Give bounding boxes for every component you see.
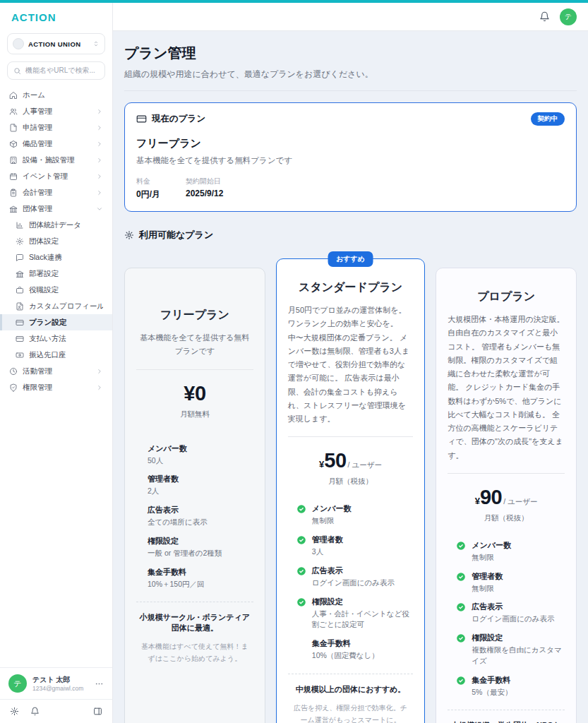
sidebar-item-accounting-management[interactable]: 会計管理 — [0, 184, 112, 201]
cash-icon — [16, 351, 24, 359]
sidebar-item-organization-management[interactable]: 団体管理 — [0, 201, 112, 217]
chevron-right-icon — [96, 368, 103, 375]
chevron-right-icon — [96, 124, 103, 131]
plan-price-sub: 月額（税抜） — [448, 513, 565, 523]
bank-icon — [16, 270, 24, 278]
chevron-right-icon — [96, 141, 103, 148]
top-header: テ — [113, 3, 588, 31]
sidebar-item-activity-management[interactable]: 活動管理 — [0, 363, 112, 379]
sidebar-item-payment-method[interactable]: 支払い方法 — [0, 330, 112, 347]
chevron-right-icon — [96, 108, 103, 115]
sidebar-item-hr-management[interactable]: 人事管理 — [0, 103, 112, 119]
search-placeholder: 機能名やURLで検索... — [25, 66, 95, 76]
plan-feature: 管理者数 3人 — [296, 534, 413, 558]
divider — [288, 436, 413, 437]
card-icon — [16, 335, 24, 343]
plan-features: メンバー数 50人 管理者数 2人 — [136, 443, 253, 598]
check-circle-icon — [296, 597, 306, 607]
plan-desc: 基本機能を全てを提供する無料プランです — [136, 331, 253, 359]
sidebar-item-org-settings[interactable]: 団体設定 — [0, 233, 112, 249]
sidebar-footer — [0, 699, 112, 723]
plan-card-free: フリープラン 基本機能を全てを提供する無料プランです ¥0 月額無料 — [124, 268, 265, 723]
sidebar-item-slack-integration[interactable]: Slack連携 — [0, 249, 112, 265]
plan-feature: 管理者数 無制限 — [456, 571, 565, 594]
settings-icon[interactable] — [10, 707, 19, 716]
collapse-sidebar-icon[interactable] — [93, 707, 102, 716]
sidebar-item-home[interactable]: ホーム — [0, 87, 112, 103]
plan-feature: 権限設定 一般 or 管理者の2種類 — [148, 536, 253, 559]
briefcase-icon — [16, 286, 24, 294]
price-label: 料金 — [136, 177, 160, 186]
available-plans-title: 利用可能なプラン — [139, 229, 213, 241]
plan-price: 90 — [480, 486, 502, 508]
sidebar: ACTION ACTION UNION 機能名やURLで検索... ホーム 人事… — [0, 3, 113, 723]
sidebar-item-custom-profile-settings[interactable]: カスタムプロフィール設定 — [0, 298, 112, 314]
sidebar-item-facility-management[interactable]: 設備・施設管理 — [0, 152, 112, 168]
sidebar-item-department-settings[interactable]: 部署設定 — [0, 265, 112, 282]
plan-price-unit: / ユーザー — [503, 497, 537, 506]
sidebar-item-org-statistics[interactable]: 団体統計データ — [0, 217, 112, 233]
sidebar-item-application-management[interactable]: 申請管理 — [0, 119, 112, 136]
plan-feature: 権限設定 複数権限を自由にカスタマイズ — [456, 633, 565, 667]
plan-price-sub: 月額無料 — [136, 410, 253, 419]
main-area: テ プラン管理 組織の規模や用途に合わせて、最適なプランをお選びください。 現在… — [113, 3, 588, 723]
plan-price-unit: / ユーザー — [348, 460, 382, 469]
sidebar-item-plan-settings[interactable]: プラン設定 — [0, 314, 112, 330]
chevron-right-icon — [96, 173, 103, 180]
check-circle-icon — [456, 541, 466, 551]
card-icon — [16, 318, 24, 327]
user-name: テスト 太郎 — [32, 675, 89, 685]
file-text-icon — [9, 124, 18, 132]
user-meta: テスト 太郎 1234@gmaiwl.com — [32, 675, 89, 692]
more-options-icon[interactable] — [95, 679, 104, 688]
sidebar-item-role-settings[interactable]: 役職設定 — [0, 282, 112, 298]
plan-feature: メンバー数 50人 — [148, 443, 253, 467]
plan-feature: 権限設定 人事・会計・イベントなど役割ごとに設定可 — [296, 597, 413, 631]
check-circle-icon — [456, 633, 466, 643]
plan-price-sub: 月額（税抜） — [288, 477, 413, 486]
shield-check-icon — [9, 383, 18, 392]
page-title: プラン管理 — [124, 44, 577, 63]
plan-name: プロプラン — [448, 289, 565, 304]
sidebar-item-event-management[interactable]: イベント管理 — [0, 168, 112, 184]
search-input[interactable]: 機能名やURLで検索... — [7, 61, 105, 80]
app-root: ACTION ACTION UNION 機能名やURLで検索... ホーム 人事… — [0, 0, 588, 723]
plan-tagline-sub: 広告を抑え、権限分担で効率化。チーム運営がもっとスマートに。 — [288, 702, 413, 723]
plan-feature: 集金手数料 5%（最安） — [456, 675, 565, 698]
available-plans-header: 利用可能なプラン — [124, 229, 577, 241]
sidebar-nav: ホーム 人事管理 申請管理 備品管理 設備・施設管理 イベント管理 — [0, 87, 112, 667]
notifications-bell-icon[interactable] — [539, 11, 550, 22]
chevrons-up-down-icon — [92, 40, 100, 47]
plan-feature: 管理者数 2人 — [148, 474, 253, 497]
brand-logo: ACTION — [0, 3, 112, 26]
user-avatar[interactable]: テ — [8, 674, 27, 693]
gear-icon — [16, 237, 24, 246]
sidebar-item-equipment-management[interactable]: 備品管理 — [0, 136, 112, 152]
plan-name: スタンダードプラン — [288, 280, 413, 295]
plan-price: 50 — [324, 449, 346, 472]
divider — [136, 369, 253, 370]
org-switcher[interactable]: ACTION UNION — [7, 33, 105, 54]
search-icon — [13, 67, 21, 75]
bell-icon[interactable] — [30, 707, 40, 716]
start-date-value: 2025/9/12 — [186, 189, 223, 198]
plan-feature: 広告表示 ログイン画面にのみ表示 — [296, 566, 413, 589]
plan-feature: メンバー数 無制限 — [456, 540, 565, 563]
current-plan-name: フリープラン — [136, 137, 565, 150]
current-plan-price-stat: 料金 0円/月 — [136, 177, 160, 201]
current-plan-header: 現在のプラン — [152, 113, 526, 125]
sidebar-item-bank-account[interactable]: 振込先口座 — [0, 347, 112, 363]
chevron-right-icon — [96, 157, 103, 164]
plan-price: ¥0 — [184, 382, 205, 405]
check-circle-icon — [456, 572, 466, 582]
header-avatar[interactable]: テ — [560, 8, 577, 25]
check-circle-icon — [296, 566, 306, 576]
plan-feature: 集金手数料 10%＋150円／回 — [148, 567, 253, 590]
plan-feature: メンバー数 無制限 — [296, 503, 413, 527]
plan-features: メンバー数 無制限 管理者数 無制限 — [448, 540, 565, 706]
bank-icon — [9, 205, 18, 213]
sidebar-item-permission-management[interactable]: 権限管理 — [0, 379, 112, 395]
current-plan-desc: 基本機能を全てを提供する無料プランです — [136, 155, 565, 166]
org-name: ACTION UNION — [28, 40, 88, 48]
page-subtitle: 組織の規模や用途に合わせて、最適なプランをお選びください。 — [124, 68, 577, 91]
